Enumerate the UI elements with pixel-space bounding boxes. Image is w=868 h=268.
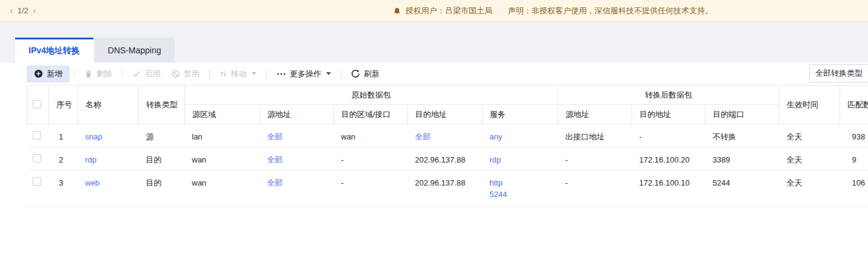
cell-orig-src-addr: 全部 — [260, 124, 334, 147]
refresh-button[interactable]: 刷新 — [346, 65, 385, 82]
rule-name-link[interactable]: snap — [85, 131, 102, 142]
trash-icon — [84, 70, 93, 78]
col-header-no[interactable]: 序号 — [49, 85, 78, 124]
cell-no: 1 — [49, 124, 78, 147]
chevron-down-icon — [326, 72, 331, 75]
more-actions-label: 更多操作 — [290, 69, 321, 79]
cell-orig-dst-addr: 202.96.137.88 — [408, 147, 482, 170]
toolbar-divider — [341, 70, 341, 78]
license-message: 授权用户：吕梁市国土局 声明：非授权客户使用，深信服科技不提供任何技术支持。 — [393, 0, 713, 22]
cell-effective-time: 全天 — [780, 170, 840, 207]
add-button[interactable]: 新增 — [27, 65, 70, 82]
col-header-name[interactable]: 名称 — [78, 85, 139, 124]
tab-panel: 新增 删除 启用 禁用 — [0, 62, 868, 207]
col-header-orig-src-zone[interactable]: 源区域 — [185, 105, 260, 124]
delete-button[interactable]: 删除 — [79, 65, 118, 82]
delete-button-label: 删除 — [96, 69, 112, 79]
refresh-button-label: 刷新 — [364, 69, 379, 79]
service-link[interactable]: rdp — [490, 154, 501, 166]
col-group-original-packet: 原始数据包 — [185, 85, 558, 105]
src-addr-link[interactable]: 全部 — [267, 154, 283, 166]
cell-orig-dst-zone: - — [334, 147, 408, 170]
toolbar-divider — [74, 70, 75, 78]
col-header-trans-dst-addr[interactable]: 目的地址 — [632, 105, 706, 124]
col-header-orig-src-addr[interactable]: 源地址 — [260, 105, 334, 124]
col-header-effective-time[interactable]: 生效时间 — [780, 85, 840, 124]
cell-orig-src-addr: 全部 — [260, 170, 334, 207]
col-header-service[interactable]: 服务 — [482, 105, 558, 124]
disable-button[interactable]: 禁用 — [166, 65, 205, 82]
cell-no: 3 — [49, 170, 78, 207]
enable-button[interactable]: 启用 — [127, 65, 166, 82]
dst-addr-link[interactable]: 全部 — [415, 131, 431, 142]
src-addr-link[interactable]: 全部 — [267, 177, 283, 189]
cell-orig-dst-zone: wan — [334, 124, 408, 147]
toolbar-divider — [209, 70, 210, 78]
table-row: 2 rdp 目的 wan 全部 - 202.96.137.88 rdp - 17… — [27, 147, 868, 170]
tab-bar: IPv4地址转换 DNS-Mapping — [0, 22, 868, 62]
move-button[interactable]: 移动 — [214, 65, 262, 82]
row-checkbox[interactable] — [33, 131, 41, 139]
cell-trans-dst-addr: 172.16.100.20 — [632, 147, 706, 170]
page-indicator: 1/2 — [18, 6, 28, 15]
cell-orig-src-zone: wan — [185, 170, 260, 207]
cell-orig-src-addr: 全部 — [260, 147, 334, 170]
col-header-type[interactable]: 转换类型 — [139, 85, 185, 124]
cell-trans-dst-port: 不转换 — [706, 124, 780, 147]
col-header-orig-dst-addr[interactable]: 目的地址 — [408, 105, 482, 124]
cell-trans-src-addr: - — [558, 170, 632, 207]
src-addr-link[interactable]: 全部 — [267, 131, 283, 142]
cell-type: 目的 — [139, 147, 185, 170]
tab-dns-mapping[interactable]: DNS-Mapping — [95, 38, 175, 62]
cell-effective-time: 全天 — [780, 124, 840, 147]
cell-name: snap — [78, 124, 139, 147]
service-link[interactable]: 5244 — [490, 189, 507, 200]
cell-trans-dst-port: 5244 — [706, 170, 780, 207]
ban-icon — [172, 70, 180, 78]
cell-trans-src-addr: - — [558, 147, 632, 170]
service-link[interactable]: any — [490, 131, 502, 142]
cell-match-count: 938 — [840, 124, 868, 147]
disclaimer-text: 声明：非授权客户使用，深信服科技不提供任何技术支持。 — [508, 5, 713, 16]
select-all-checkbox[interactable] — [33, 100, 41, 109]
refresh-icon — [351, 69, 360, 78]
cell-orig-src-zone: wan — [185, 147, 260, 170]
cell-match-count: 106 — [840, 170, 868, 207]
cell-service: any — [482, 124, 558, 147]
col-header-trans-src-addr[interactable]: 源地址 — [558, 105, 632, 124]
next-page-icon[interactable]: › — [33, 5, 36, 16]
table-row: 3 web 目的 wan 全部 - 202.96.137.88 http 524… — [27, 170, 868, 207]
plus-circle-icon — [34, 69, 43, 78]
cell-orig-dst-zone: - — [334, 170, 408, 207]
nat-rules-table: 序号 名称 转换类型 原始数据包 转换后数据包 生效时间 匹配数 源区域 源地址… — [27, 85, 868, 207]
authorized-user-text: 授权用户：吕梁市国土局 — [406, 5, 492, 16]
bell-icon — [393, 7, 401, 16]
rule-name-link[interactable]: rdp — [85, 154, 97, 166]
cell-effective-time: 全天 — [780, 147, 840, 170]
table-container: 序号 名称 转换类型 原始数据包 转换后数据包 生效时间 匹配数 源区域 源地址… — [0, 85, 868, 207]
page-switcher: ‹ 1/2 › — [0, 5, 36, 16]
row-checkbox[interactable] — [33, 154, 41, 162]
col-header-orig-dst-zone[interactable]: 目的区域/接口 — [334, 105, 408, 124]
table-row: 1 snap 源 lan 全部 wan 全部 any 出接口地址 - 不转换 全… — [27, 124, 868, 147]
translation-type-filter[interactable]: 全部转换类型 — [809, 64, 868, 82]
add-button-label: 新增 — [47, 69, 62, 79]
cell-service: rdp — [482, 147, 558, 170]
service-link[interactable]: http — [490, 177, 503, 189]
nat-config-page: ‹ 1/2 › 授权用户：吕梁市国土局 声明：非授权客户使用，深信服科技不提供任… — [0, 0, 868, 268]
col-header-trans-dst-port[interactable]: 目的端口 — [706, 105, 780, 124]
cell-orig-src-zone: lan — [185, 124, 260, 147]
prev-page-icon[interactable]: ‹ — [10, 5, 13, 16]
toolbar: 新增 删除 启用 禁用 — [0, 62, 868, 85]
cell-orig-dst-addr: 全部 — [408, 124, 482, 147]
col-group-translated-packet: 转换后数据包 — [558, 85, 780, 105]
more-actions-button[interactable]: 更多操作 — [271, 65, 336, 82]
toolbar-divider — [122, 70, 122, 78]
cell-name: rdp — [78, 147, 139, 170]
row-checkbox[interactable] — [33, 177, 41, 186]
toolbar-divider — [266, 70, 267, 78]
rule-name-link[interactable]: web — [85, 177, 100, 189]
col-header-match-count[interactable]: 匹配数 — [840, 85, 868, 124]
license-banner: ‹ 1/2 › 授权用户：吕梁市国土局 声明：非授权客户使用，深信服科技不提供任… — [0, 0, 868, 22]
tab-ipv4-nat[interactable]: IPv4地址转换 — [15, 38, 93, 62]
